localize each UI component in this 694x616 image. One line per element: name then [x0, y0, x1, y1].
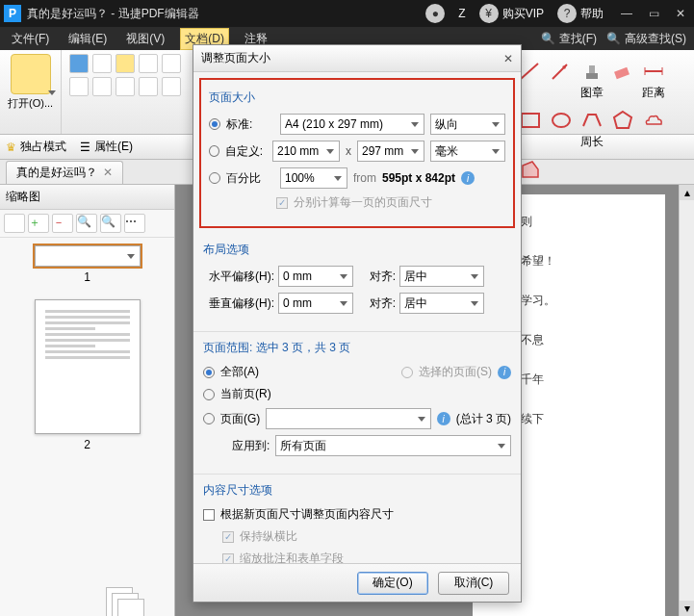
adv-find-button[interactable]: 🔍高级查找(S) — [606, 31, 686, 47]
thumbnail-page[interactable] — [35, 299, 141, 434]
undo-icon[interactable] — [139, 54, 158, 73]
tool-icon[interactable] — [139, 77, 158, 96]
cloud-icon[interactable]: ● — [425, 4, 445, 23]
open-label: 打开(O)... — [8, 96, 53, 111]
save-icon[interactable] — [69, 54, 89, 73]
perimeter-icon[interactable] — [580, 109, 604, 132]
percent-input[interactable]: 100% — [280, 167, 347, 189]
svg-rect-3 — [586, 73, 598, 79]
scroll-up-icon[interactable]: ▴ — [680, 185, 694, 200]
dialog-titlebar[interactable]: 调整页面大小 ✕ — [193, 45, 521, 72]
thumb-remove-icon[interactable]: － — [52, 214, 73, 233]
svg-rect-5 — [614, 67, 630, 79]
menu-edit[interactable]: 编辑(E) — [64, 29, 111, 49]
tool-icon[interactable] — [92, 77, 112, 96]
area-icon[interactable] — [519, 158, 542, 181]
thumb-more-icon[interactable]: ⋯ — [124, 214, 145, 233]
radio-pages[interactable] — [203, 413, 215, 424]
arrow-tool-icon[interactable] — [550, 60, 573, 83]
info-icon[interactable]: i — [498, 366, 511, 379]
height-input[interactable]: 297 mm — [357, 141, 424, 162]
crown-icon: ♛ — [6, 141, 16, 154]
pages-input[interactable] — [266, 408, 430, 429]
scroll-down-icon[interactable]: ▾ — [680, 601, 694, 616]
menu-file[interactable]: 文件(F) — [8, 29, 53, 49]
maximize-button[interactable]: ▭ — [640, 0, 667, 27]
section-title: 布局选项 — [203, 242, 511, 258]
stamp-icon[interactable] — [580, 60, 604, 83]
info-icon[interactable]: i — [437, 412, 450, 425]
polygon-tool-icon[interactable] — [611, 109, 634, 132]
svg-marker-11 — [614, 112, 631, 128]
apply-to-select[interactable]: 所有页面 — [275, 435, 511, 456]
radio-standard[interactable] — [209, 118, 220, 130]
open-file-button[interactable] — [11, 54, 51, 94]
thumb-zoom-out-icon[interactable]: 🔍 — [100, 214, 121, 233]
distance-icon[interactable] — [642, 60, 665, 83]
svg-line-0 — [521, 64, 538, 79]
mail-icon[interactable] — [116, 54, 135, 73]
thumbnails-panel: 缩略图 ＋ － 🔍 🔍 ⋯ 1 2 — [0, 185, 175, 616]
thumb-tool-icon[interactable] — [4, 214, 25, 233]
search-plus-icon: 🔍 — [606, 32, 621, 45]
svg-rect-4 — [589, 65, 595, 73]
dialog-title: 调整页面大小 — [201, 50, 270, 66]
cloud-tool-icon[interactable] — [642, 109, 665, 132]
tool-icon[interactable] — [69, 77, 89, 96]
v-offset-input[interactable]: 0 mm — [278, 293, 353, 314]
properties-button[interactable]: ☰属性(E) — [80, 139, 133, 155]
thumb-add-icon[interactable]: ＋ — [28, 214, 49, 233]
v-align-select[interactable]: 居中 — [399, 293, 484, 314]
checkbox-calc-each — [276, 197, 288, 209]
coin-icon[interactable]: ¥ — [479, 4, 499, 23]
tool-icon[interactable] — [162, 77, 181, 96]
section-title: 页面大小 — [209, 90, 505, 106]
thumbnail-number: 1 — [35, 270, 141, 284]
ok-button[interactable]: 确定(O) — [357, 572, 428, 595]
menu-view[interactable]: 视图(V) — [122, 29, 168, 49]
ellipse-tool-icon[interactable] — [550, 109, 573, 132]
page-stack-icon — [106, 587, 144, 616]
tab-close-icon[interactable]: ✕ — [103, 166, 113, 179]
redo-icon[interactable] — [162, 54, 181, 73]
thumbnail-page[interactable] — [35, 245, 141, 267]
help-icon[interactable]: ? — [557, 4, 577, 23]
width-input[interactable]: 210 mm — [272, 141, 340, 162]
line-tool-icon[interactable] — [519, 60, 542, 83]
radio-percent[interactable] — [209, 172, 220, 184]
eraser-icon[interactable] — [611, 60, 634, 83]
radio-current-page[interactable] — [203, 389, 215, 400]
highlighted-section: 页面大小 标准: A4 (210 x 297 mm) 纵向 自定义: 210 m… — [199, 78, 515, 228]
units-select[interactable]: 毫米 — [430, 141, 505, 162]
radio-selected-pages[interactable] — [401, 367, 413, 378]
section-title: 内容尺寸选项 — [203, 482, 511, 499]
document-tab[interactable]: 真的是好运吗？ ✕ — [6, 161, 123, 184]
find-button[interactable]: 🔍查找(F) — [541, 31, 597, 47]
h-offset-input[interactable]: 0 mm — [278, 266, 353, 287]
user-letter[interactable]: Z — [458, 7, 465, 20]
checkbox-resize-content[interactable] — [203, 509, 215, 521]
checkbox-scale-form — [222, 553, 234, 564]
scrollbar-vertical[interactable]: ▴ ▾ — [679, 185, 694, 616]
exclusive-mode-toggle[interactable]: ♛独占模式 — [6, 139, 66, 155]
radio-all-pages[interactable] — [203, 367, 215, 378]
buy-vip-link[interactable]: 购买VIP — [502, 6, 544, 22]
info-icon[interactable]: i — [461, 171, 475, 185]
minimize-button[interactable]: — — [613, 0, 640, 27]
dialog-close-icon[interactable]: ✕ — [503, 52, 513, 65]
thumb-zoom-in-icon[interactable]: 🔍 — [76, 214, 97, 233]
tool-icon[interactable] — [116, 77, 135, 96]
help-link[interactable]: 帮助 — [580, 6, 604, 22]
preset-select[interactable]: A4 (210 x 297 mm) — [280, 114, 424, 135]
app-logo: P — [4, 5, 21, 22]
thumbnail-number: 2 — [35, 438, 141, 451]
cancel-button[interactable]: 取消(C) — [438, 572, 509, 595]
tab-title: 真的是好运吗？ — [16, 165, 97, 181]
radio-custom[interactable] — [209, 145, 219, 157]
print-icon[interactable] — [92, 54, 112, 73]
orientation-select[interactable]: 纵向 — [430, 114, 505, 135]
svg-rect-9 — [522, 114, 539, 127]
close-button[interactable]: ✕ — [667, 0, 694, 27]
h-align-select[interactable]: 居中 — [399, 266, 484, 287]
rect-tool-icon[interactable] — [519, 109, 542, 132]
